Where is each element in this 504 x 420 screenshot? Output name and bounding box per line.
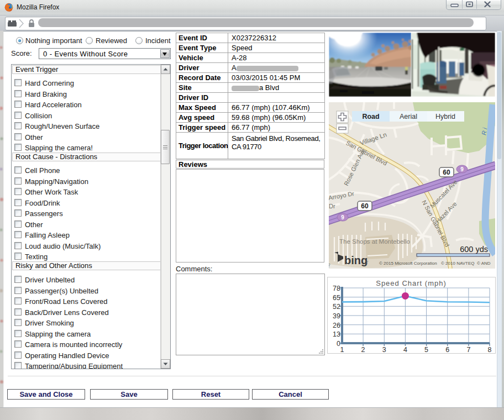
- svg-text:1: 1: [340, 346, 344, 353]
- svg-text:© AND: © AND: [477, 261, 491, 266]
- svg-text:9: 9: [341, 214, 344, 221]
- svg-text:Dr: Dr: [329, 203, 335, 209]
- svg-text:© 2015 Microsoft Corporation: © 2015 Microsoft Corporation: [379, 261, 437, 266]
- svg-text:60: 60: [361, 202, 369, 210]
- svg-text:9: 9: [460, 166, 464, 172]
- svg-text:Road: Road: [362, 113, 379, 120]
- svg-text:78: 78: [333, 285, 340, 292]
- svg-text:7: 7: [466, 346, 470, 353]
- svg-text:bing: bing: [344, 254, 368, 266]
- svg-text:13: 13: [333, 330, 340, 338]
- svg-text:52: 52: [333, 303, 340, 311]
- svg-text:600 yds: 600 yds: [460, 245, 488, 254]
- svg-text:Speed Chart (mph): Speed Chart (mph): [376, 279, 447, 287]
- svg-text:The Shops at Montebello: The Shops at Montebello: [339, 238, 410, 245]
- svg-text:6: 6: [445, 346, 449, 353]
- svg-text:Hybrid: Hybrid: [435, 113, 455, 120]
- svg-text:3: 3: [382, 346, 386, 353]
- svg-text:r: r: [366, 259, 369, 265]
- svg-text:60: 60: [443, 169, 450, 176]
- svg-text:39: 39: [333, 312, 340, 320]
- svg-text:4: 4: [403, 346, 407, 353]
- svg-text:R i: R i: [480, 127, 488, 135]
- svg-text:2: 2: [361, 346, 365, 353]
- svg-text:© 2010 NAVTEQ: © 2010 NAVTEQ: [441, 261, 474, 266]
- svg-text:26: 26: [333, 322, 340, 329]
- svg-text:65: 65: [333, 294, 340, 302]
- svg-text:5: 5: [424, 346, 428, 353]
- svg-text:8: 8: [488, 346, 492, 353]
- svg-text:Aerial: Aerial: [400, 113, 417, 120]
